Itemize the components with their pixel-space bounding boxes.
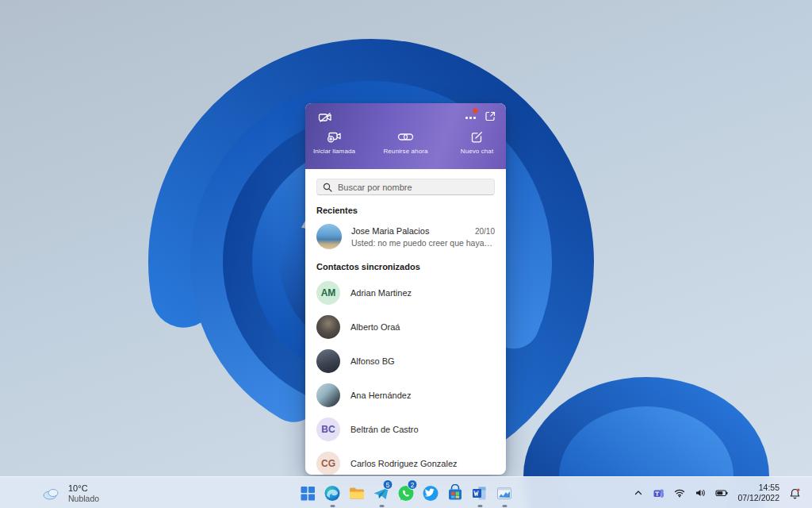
video-call-plus-icon — [326, 129, 343, 145]
flyout-header: Iniciar llamada Reunirse ahora Nuevo cha… — [305, 103, 506, 169]
contacts-title: Contactos sincronizados — [316, 262, 495, 271]
recent-chat-preview: Usted: no me puedo creer que hayan meti.… — [351, 238, 495, 248]
telegram-button[interactable]: 5 — [370, 477, 394, 508]
battery-icon — [715, 487, 728, 498]
clock[interactable]: 14:55 07/12/2022 — [734, 483, 783, 503]
header-actions: Iniciar llamada Reunirse ahora Nuevo cha… — [305, 129, 506, 155]
battery-button[interactable] — [712, 480, 731, 506]
start-button[interactable] — [296, 477, 320, 508]
recent-chat-name: Jose Maria Palacios — [351, 226, 429, 236]
weather-temp: 10°C — [68, 483, 99, 494]
twitter-icon — [422, 484, 440, 502]
avatar: AM — [316, 281, 340, 305]
avatar: BC — [316, 418, 340, 441]
bell-icon — [789, 487, 801, 499]
start-call-label: Iniciar llamada — [313, 148, 355, 155]
meet-now-label: Reunirse ahora — [383, 148, 427, 155]
contact-row[interactable]: Alfonso BG — [316, 344, 495, 378]
search-box[interactable] — [316, 179, 495, 195]
contact-name: Beltrán de Castro — [350, 425, 419, 434]
task-manager-button[interactable] — [492, 477, 517, 508]
avatar — [316, 224, 342, 249]
avatar — [316, 315, 340, 339]
open-in-window-icon[interactable] — [485, 110, 496, 122]
new-chat-label: Nuevo chat — [461, 148, 493, 155]
twitter-button[interactable] — [419, 477, 443, 508]
whatsapp-button[interactable]: 2 — [394, 477, 419, 508]
taskbar: 10°C Nublado — [0, 476, 812, 508]
weather-widget-button[interactable]: 10°C Nublado — [35, 477, 105, 508]
contact-row[interactable]: Alberto Oraá — [316, 310, 495, 344]
flyout-body: Recientes Jose Maria Palacios 20/10 Uste… — [305, 169, 506, 475]
search-icon — [323, 183, 332, 192]
new-chat-button[interactable]: Nuevo chat — [452, 129, 503, 155]
avatar — [316, 349, 340, 373]
contact-name: Adrian Martinez — [350, 288, 412, 298]
word-button[interactable] — [468, 477, 492, 508]
link-icon — [397, 129, 414, 145]
system-tray: 14:55 07/12/2022 — [630, 477, 812, 508]
contact-row[interactable]: BC Beltrán de Castro — [316, 412, 495, 446]
notification-center-button[interactable] — [786, 480, 804, 506]
microsoft-store-button[interactable] — [443, 477, 468, 508]
contact-name: Carlos Rodriguez Gonzalez — [350, 459, 458, 468]
telegram-badge: 5 — [383, 479, 393, 490]
tray-chevron-button[interactable] — [630, 480, 646, 506]
notification-dot — [473, 108, 478, 114]
edge-icon — [324, 484, 342, 502]
contact-row[interactable]: CG Carlos Rodriguez Gonzalez — [316, 446, 495, 475]
taskbar-center-icons: 5 2 — [296, 477, 517, 508]
speaker-icon — [695, 487, 706, 498]
start-call-button[interactable]: Iniciar llamada — [309, 129, 360, 155]
contact-row[interactable]: Ana Hernández — [316, 378, 495, 412]
teams-tray-button[interactable] — [649, 480, 668, 506]
edge-button[interactable] — [320, 477, 345, 508]
camera-off-icon — [318, 110, 332, 125]
avatar: CG — [316, 452, 340, 475]
meet-now-button[interactable]: Reunirse ahora — [381, 129, 431, 155]
weather-condition: Nublado — [68, 494, 99, 503]
task-manager-icon — [496, 484, 514, 502]
teams-chat-flyout: Iniciar llamada Reunirse ahora Nuevo cha… — [305, 103, 506, 475]
cloud-icon — [41, 486, 62, 500]
folder-icon — [348, 484, 366, 502]
more-options-button[interactable] — [464, 110, 477, 122]
whatsapp-badge: 2 — [408, 479, 418, 490]
network-button[interactable] — [671, 480, 688, 506]
avatar — [316, 383, 340, 407]
clock-time: 14:55 — [737, 483, 779, 493]
volume-button[interactable] — [691, 480, 709, 506]
compose-icon — [469, 129, 485, 145]
recent-chat-time: 20/10 — [475, 227, 495, 236]
windows-start-icon — [299, 484, 317, 502]
file-explorer-button[interactable] — [345, 477, 370, 508]
teams-icon — [653, 487, 665, 499]
recent-chat-row[interactable]: Jose Maria Palacios 20/10 Usted: no me p… — [316, 224, 495, 249]
search-input[interactable] — [338, 183, 481, 192]
clock-date: 07/12/2022 — [737, 493, 779, 503]
contact-name: Alberto Oraá — [350, 322, 400, 332]
chevron-up-icon — [634, 488, 643, 498]
word-icon — [471, 484, 489, 502]
microsoft-store-icon — [446, 484, 465, 502]
contact-row[interactable]: AM Adrian Martinez — [316, 275, 495, 310]
recents-title: Recientes — [316, 206, 495, 215]
contact-name: Ana Hernández — [350, 391, 411, 400]
contact-name: Alfonso BG — [350, 356, 395, 366]
contact-list: AM Adrian Martinez Alberto Oraá Alfonso … — [316, 275, 495, 475]
wifi-icon — [674, 487, 685, 498]
